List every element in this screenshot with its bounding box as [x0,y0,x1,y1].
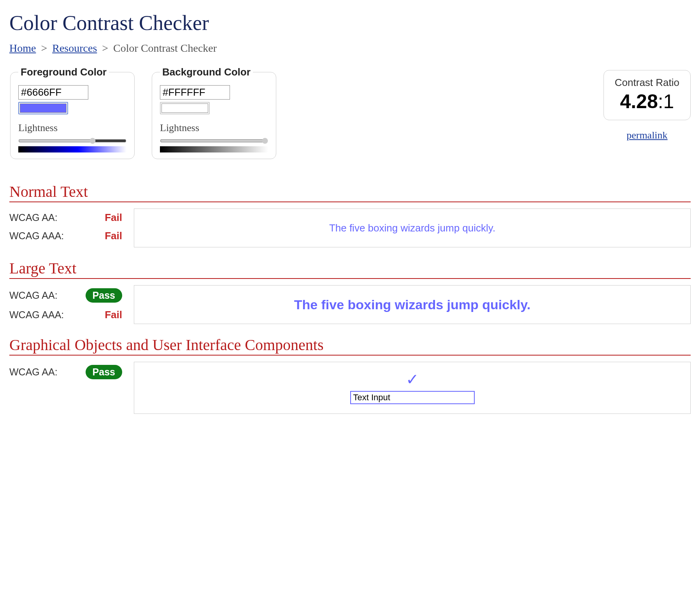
foreground-lightness-label: Lightness [18,122,126,134]
large-aaa-result: Fail [105,309,122,321]
background-swatch [161,103,208,113]
permalink-link[interactable]: permalink [626,130,667,141]
normal-sample-box[interactable]: The five boxing wizards jump quickly. [134,209,691,247]
ui-heading: Graphical Objects and User Interface Com… [9,336,691,356]
normal-sample-text: The five boxing wizards jump quickly. [329,222,495,234]
background-fieldset: Background Color Lightness [152,66,276,159]
breadcrumb-sep: > [41,42,47,54]
background-lightness-slider[interactable] [160,138,268,144]
normal-aaa-label: WCAG AAA: [9,230,64,242]
foreground-legend: Foreground Color [18,66,109,78]
large-text-heading: Large Text [9,259,691,279]
contrast-ratio-value: 4.28 [620,91,658,112]
foreground-fieldset: Foreground Color Lightness [10,66,135,159]
normal-aa-result: Fail [105,212,122,224]
foreground-swatch [20,103,67,113]
foreground-color-picker[interactable] [18,102,68,114]
large-aaa-label: WCAG AAA: [9,309,64,321]
contrast-ratio-label: Contrast Ratio [615,77,679,89]
breadcrumb: Home > Resources > Color Contrast Checke… [9,42,691,54]
background-gradient [160,146,268,152]
contrast-ratio-box: Contrast Ratio 4.28:1 [604,70,691,120]
ui-sample-input[interactable] [350,391,475,404]
background-legend: Background Color [160,66,253,78]
ui-sample-box: ✓ [134,362,691,414]
foreground-gradient [18,146,126,152]
background-color-picker[interactable] [160,102,210,114]
large-sample-text: The five boxing wizards jump quickly. [294,297,531,312]
foreground-hex-input[interactable] [18,85,88,100]
foreground-lightness-slider[interactable] [18,138,126,144]
large-aa-label: WCAG AA: [9,290,58,301]
check-icon: ✓ [406,371,419,387]
large-sample-box[interactable]: The five boxing wizards jump quickly. [134,285,691,324]
breadcrumb-resources[interactable]: Resources [52,42,97,54]
ui-aa-label: WCAG AA: [9,366,58,378]
breadcrumb-current: Color Contrast Checker [113,42,217,54]
large-aa-result: Pass [86,288,122,303]
background-hex-input[interactable] [160,85,230,100]
breadcrumb-home[interactable]: Home [9,42,36,54]
normal-aa-label: WCAG AA: [9,212,58,223]
ui-aa-result: Pass [86,365,122,379]
breadcrumb-sep: > [102,42,108,54]
page-title: Color Contrast Checker [9,11,691,35]
normal-text-heading: Normal Text [9,182,691,202]
normal-aaa-result: Fail [105,230,122,242]
contrast-ratio-suffix: :1 [658,91,674,112]
background-lightness-label: Lightness [160,122,268,134]
